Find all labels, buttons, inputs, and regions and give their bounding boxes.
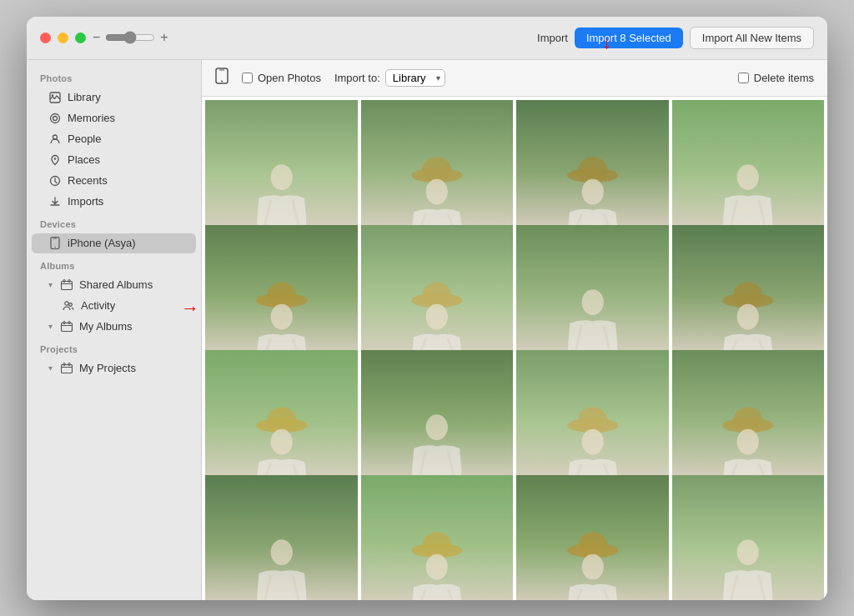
svg-point-31 [267, 283, 296, 308]
svg-point-42 [270, 429, 292, 455]
svg-point-41 [267, 408, 296, 433]
svg-point-22 [270, 165, 292, 191]
svg-point-38 [733, 283, 762, 308]
import-to-label: Import to: [334, 72, 380, 84]
svg-point-43 [426, 415, 448, 441]
sidebar-item-my-albums[interactable]: ▾ My Albums [32, 317, 196, 337]
svg-point-3 [53, 116, 58, 120]
projects-section-label: Projects [27, 338, 201, 358]
memories-icon [48, 112, 62, 125]
svg-point-46 [581, 429, 603, 455]
import-all-button[interactable]: Import All New Items [690, 27, 814, 49]
import-selected-button[interactable]: Import 8 Selected [575, 28, 683, 48]
activity-icon [62, 299, 75, 313]
my-projects-label: My Projects [79, 362, 136, 374]
sidebar-item-library[interactable]: Library [32, 88, 196, 108]
maximize-button[interactable] [75, 33, 86, 43]
zoom-slider[interactable] [105, 31, 155, 44]
sidebar-item-iphone[interactable]: iPhone (Asya) [32, 233, 196, 253]
svg-point-8 [54, 247, 56, 248]
svg-point-45 [578, 408, 607, 433]
my-albums-icon [60, 320, 73, 333]
imports-icon [48, 195, 62, 208]
zoom-in-button[interactable]: + [160, 31, 168, 44]
svg-point-39 [737, 304, 759, 330]
content-area: Open Photos Import to: Library ▾ [202, 60, 827, 600]
sidebar-item-activity[interactable]: Activity [32, 296, 196, 316]
photo-cell-15[interactable]: ✓ [516, 475, 669, 600]
delete-items-checkbox[interactable]: Delete items [738, 72, 814, 84]
devices-section-label: Devices [27, 213, 201, 233]
people-icon [48, 133, 62, 146]
shared-albums-expand-icon: ▾ [48, 280, 53, 289]
sidebar-item-imports[interactable]: Imports [32, 192, 196, 212]
svg-point-24 [422, 158, 451, 183]
places-icon [48, 153, 62, 167]
svg-point-25 [426, 179, 448, 205]
svg-point-48 [733, 408, 762, 433]
recents-icon [48, 174, 62, 188]
sidebar-item-recents[interactable]: Recents [32, 171, 196, 191]
main-content: Photos Library Memories [27, 60, 827, 600]
sidebar: Photos Library Memories [27, 60, 202, 600]
svg-rect-9 [62, 281, 73, 289]
svg-point-13 [69, 303, 73, 306]
imports-label: Imports [68, 195, 103, 208]
svg-point-28 [581, 179, 603, 205]
svg-point-52 [422, 533, 451, 558]
svg-point-5 [54, 158, 56, 159]
svg-point-49 [737, 429, 759, 455]
open-photos-checkbox[interactable]: Open Photos [242, 72, 321, 84]
my-albums-expand-icon: ▾ [48, 322, 53, 331]
photos-section-label: Photos [27, 67, 201, 87]
photo-cell-13[interactable] [205, 475, 358, 600]
toolbar-phone-icon [215, 68, 229, 88]
library-select[interactable]: Library [385, 69, 445, 87]
titlebar-actions: Import Import 8 Selected Import All New … [537, 27, 814, 49]
svg-point-50 [270, 540, 292, 566]
svg-point-29 [737, 165, 759, 191]
svg-point-57 [737, 540, 759, 566]
svg-point-4 [53, 135, 58, 139]
sidebar-item-my-projects[interactable]: ▾ My Projects [32, 358, 196, 378]
delete-items-checkbox-input[interactable] [738, 73, 749, 83]
sidebar-item-places[interactable]: Places [32, 150, 196, 170]
my-projects-icon [60, 362, 73, 375]
photo-cell-16[interactable] [672, 475, 825, 600]
close-button[interactable] [40, 33, 51, 43]
open-photos-checkbox-input[interactable] [242, 73, 253, 83]
svg-point-12 [65, 301, 68, 304]
svg-point-34 [422, 283, 451, 308]
sidebar-item-memories[interactable]: Memories [32, 108, 196, 128]
memories-label: Memories [68, 112, 115, 124]
open-photos-label: Open Photos [258, 72, 321, 84]
library-icon [48, 91, 62, 104]
svg-point-35 [426, 304, 448, 330]
svg-point-32 [270, 304, 292, 330]
svg-point-55 [578, 533, 607, 558]
titlebar: − + Import Import 8 Selected Import All … [27, 17, 827, 60]
activity-label: Activity [81, 299, 115, 312]
photo-cell-14[interactable]: ✓ [361, 475, 514, 600]
minimize-button[interactable] [58, 33, 68, 43]
shared-albums-icon [60, 278, 73, 292]
people-label: People [68, 133, 101, 145]
places-label: Places [68, 153, 100, 166]
import-to-group: Import to: Library ▾ [334, 69, 445, 87]
my-projects-expand-icon: ▾ [48, 363, 53, 373]
svg-point-56 [581, 554, 603, 580]
photo-grid: ✓ ✓ ✓ [202, 97, 827, 600]
import-label: Import [537, 32, 568, 44]
shared-albums-label: Shared Albums [79, 278, 153, 291]
zoom-out-button[interactable]: − [93, 31, 100, 44]
sidebar-item-people[interactable]: People [32, 129, 196, 149]
delete-items-label: Delete items [754, 72, 814, 84]
library-select-wrapper: Library ▾ [385, 69, 445, 87]
photos-window: − + Import Import 8 Selected Import All … [27, 17, 827, 600]
svg-rect-17 [62, 364, 73, 373]
svg-point-21 [221, 80, 223, 82]
iphone-label: iPhone (Asya) [68, 237, 136, 249]
svg-point-36 [581, 290, 603, 316]
sidebar-item-shared-albums[interactable]: ▾ Shared Albums [32, 275, 196, 295]
svg-rect-14 [62, 323, 73, 331]
